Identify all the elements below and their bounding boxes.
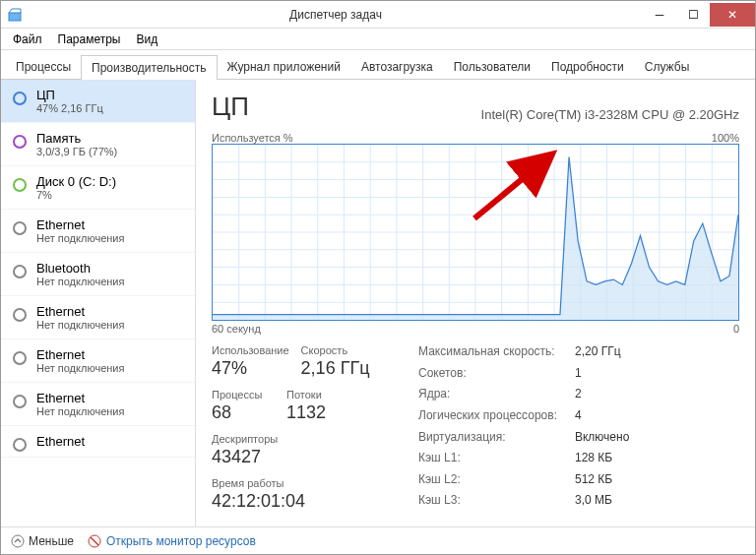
menu-view[interactable]: Вид bbox=[130, 31, 163, 48]
l2-value: 512 КБ bbox=[575, 472, 739, 491]
logical-label: Логических процессоров: bbox=[418, 408, 557, 427]
virt-value: Включено bbox=[575, 430, 739, 449]
sidebar-item-label: Ethernet bbox=[36, 217, 185, 232]
sidebar-item-label: Ethernet bbox=[36, 434, 185, 449]
l1-value: 128 КБ bbox=[575, 451, 739, 469]
menu-file[interactable]: Файл bbox=[7, 31, 48, 48]
util-label: Использование bbox=[212, 344, 289, 356]
logical-value: 4 bbox=[575, 408, 739, 427]
l3-value: 3,0 МБ bbox=[575, 493, 739, 512]
sidebar-item-label: Диск 0 (C: D:) bbox=[36, 174, 185, 189]
memory-icon bbox=[13, 135, 27, 149]
stats-left: Использование47% Скорость2,16 ГГц Процес… bbox=[212, 344, 409, 512]
stats-row: Использование47% Скорость2,16 ГГц Процес… bbox=[212, 344, 739, 512]
cores-value: 2 bbox=[575, 387, 739, 405]
maxspeed-value: 2,20 ГГц bbox=[575, 344, 739, 363]
sidebar-item-label: Ethernet bbox=[36, 391, 185, 405]
sidebar-item-sub: Нет подключения bbox=[36, 232, 185, 244]
speed-value: 2,16 ГГц bbox=[301, 358, 370, 379]
sidebar-item-ethernet[interactable]: EthernetНет подключения bbox=[1, 383, 195, 426]
threads-value: 1132 bbox=[286, 402, 349, 423]
sidebar-item-sub: Нет подключения bbox=[36, 276, 185, 287]
main-pane: ЦП Intel(R) Core(TM) i3-2328M CPU @ 2.20… bbox=[196, 80, 755, 526]
sidebar-item-sub: Нет подключения bbox=[36, 405, 185, 417]
resmon-icon bbox=[88, 534, 101, 548]
window-buttons: ─ ☐ ✕ bbox=[643, 3, 755, 27]
net-icon bbox=[13, 308, 27, 322]
chart-y-max: 100% bbox=[712, 132, 739, 144]
resource-name: ЦП bbox=[212, 92, 249, 122]
threads-label: Потоки bbox=[286, 389, 349, 401]
sidebar[interactable]: ЦП47% 2,16 ГГц Память3,0/3,9 ГБ (77%) Ди… bbox=[1, 80, 196, 526]
handles-value: 43427 bbox=[212, 447, 278, 467]
cores-label: Ядра: bbox=[418, 387, 557, 405]
processes-value: 68 bbox=[212, 402, 275, 423]
cpu-icon bbox=[13, 92, 27, 105]
l2-label: Кэш L2: bbox=[418, 472, 557, 491]
sidebar-item-sub: 7% bbox=[36, 189, 185, 201]
l1-label: Кэш L1: bbox=[418, 451, 557, 469]
handles-label: Дескрипторы bbox=[212, 433, 278, 445]
virt-label: Виртуализация: bbox=[418, 430, 557, 449]
tab-startup[interactable]: Автозагрузка bbox=[350, 54, 444, 79]
sidebar-item-cpu[interactable]: ЦП47% 2,16 ГГц bbox=[1, 80, 195, 123]
sidebar-item-ethernet[interactable]: EthernetНет подключения bbox=[1, 210, 195, 253]
svg-line-33 bbox=[91, 537, 98, 545]
tab-app-history[interactable]: Журнал приложений bbox=[217, 54, 351, 79]
tab-users[interactable]: Пользователи bbox=[443, 54, 541, 79]
minimize-button[interactable]: ─ bbox=[643, 3, 676, 27]
tab-processes[interactable]: Процессы bbox=[5, 54, 82, 79]
sidebar-item-label: Ethernet bbox=[36, 304, 185, 319]
util-value: 47% bbox=[212, 358, 289, 379]
sidebar-item-sub: 47% 2,16 ГГц bbox=[36, 102, 185, 114]
disk-icon bbox=[13, 178, 27, 192]
sidebar-item-sub: Нет подключения bbox=[36, 362, 185, 374]
sidebar-item-ethernet[interactable]: EthernetНет подключения bbox=[1, 296, 195, 339]
sidebar-item-bluetooth[interactable]: BluetoothНет подключения bbox=[1, 253, 195, 296]
tabs: Процессы Производительность Журнал прило… bbox=[1, 50, 755, 80]
net-icon bbox=[13, 351, 27, 365]
svg-rect-0 bbox=[9, 13, 21, 21]
sidebar-item-label: Bluetooth bbox=[36, 261, 185, 276]
maximize-button[interactable]: ☐ bbox=[676, 3, 710, 27]
uptime-label: Время работы bbox=[212, 477, 409, 489]
l3-label: Кэш L3: bbox=[418, 493, 557, 512]
resmon-label: Открыть монитор ресурсов bbox=[106, 534, 256, 548]
sidebar-item-label: Память bbox=[36, 131, 185, 146]
open-resource-monitor-link[interactable]: Открыть монитор ресурсов bbox=[88, 534, 256, 548]
sidebar-item-ethernet[interactable]: EthernetНет подключения bbox=[1, 339, 195, 383]
chart-wrap: Используется % 100% 60 секунд 0 bbox=[212, 132, 739, 335]
net-icon bbox=[13, 221, 27, 235]
sidebar-item-ethernet[interactable]: Ethernet bbox=[1, 426, 195, 458]
sidebar-item-label: Ethernet bbox=[36, 347, 185, 362]
menubar: Файл Параметры Вид bbox=[1, 29, 755, 50]
bt-icon bbox=[13, 265, 27, 278]
processes-label: Процессы bbox=[212, 389, 275, 401]
footer: Меньше Открыть монитор ресурсов bbox=[1, 526, 755, 554]
speed-label: Скорость bbox=[301, 344, 370, 356]
sockets-value: 1 bbox=[575, 366, 739, 385]
svg-point-31 bbox=[12, 535, 24, 547]
net-icon bbox=[13, 438, 27, 452]
stats-right: Максимальная скорость:2,20 ГГц Сокетов:1… bbox=[418, 344, 739, 512]
cpu-chart bbox=[212, 144, 739, 321]
window-title: Диспетчер задач bbox=[29, 8, 643, 22]
chart-y-label: Используется % bbox=[212, 132, 293, 144]
header-row: ЦП Intel(R) Core(TM) i3-2328M CPU @ 2.20… bbox=[212, 92, 739, 122]
sidebar-item-label: ЦП bbox=[36, 88, 185, 102]
tab-services[interactable]: Службы bbox=[634, 54, 700, 79]
titlebar: Диспетчер задач ─ ☐ ✕ bbox=[1, 1, 755, 29]
maxspeed-label: Максимальная скорость: bbox=[418, 344, 557, 363]
sidebar-item-memory[interactable]: Память3,0/3,9 ГБ (77%) bbox=[1, 123, 195, 166]
menu-options[interactable]: Параметры bbox=[52, 31, 127, 48]
tab-details[interactable]: Подробности bbox=[540, 54, 635, 79]
fewer-details-button[interactable]: Меньше bbox=[11, 534, 74, 548]
tab-performance[interactable]: Производительность bbox=[81, 55, 217, 80]
uptime-value: 42:12:01:04 bbox=[212, 491, 409, 512]
chart-svg bbox=[213, 145, 738, 320]
close-button[interactable]: ✕ bbox=[710, 3, 755, 27]
sidebar-item-sub: 3,0/3,9 ГБ (77%) bbox=[36, 146, 185, 157]
app-icon bbox=[7, 7, 23, 23]
sidebar-item-disk0[interactable]: Диск 0 (C: D:)7% bbox=[1, 166, 195, 210]
chart-x-left: 60 секунд bbox=[212, 323, 261, 335]
